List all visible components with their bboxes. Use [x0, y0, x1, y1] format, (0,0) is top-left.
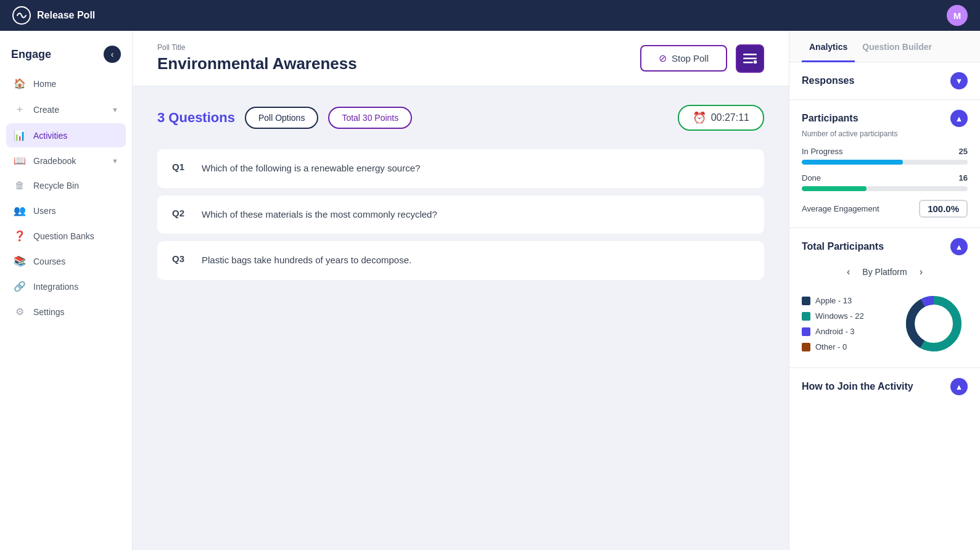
by-platform-nav: ‹ By Platform › [802, 264, 968, 280]
timer-display: ⏰ 00:27:11 [678, 105, 764, 131]
main-layout: Engage ‹ 🏠 Home ＋ Create ▼ 📊 Activities … [0, 31, 980, 550]
menu-button[interactable] [736, 44, 764, 73]
sidebar-label-courses: Courses [33, 257, 118, 266]
sidebar-label-settings: Settings [33, 307, 118, 317]
question-number: Q1 [172, 162, 192, 172]
sidebar-item-gradebook[interactable]: 📖 Gradebook ▼ [6, 149, 126, 173]
in-progress-row: In Progress 25 [802, 147, 968, 156]
sidebar-label-home: Home [33, 79, 118, 89]
participants-collapse-button[interactable]: ▲ [950, 110, 968, 127]
done-bar-bg [802, 186, 968, 191]
avg-engagement-row: Average Engagement 100.0% [802, 200, 968, 218]
sidebar-item-activities[interactable]: 📊 Activities [6, 123, 126, 147]
sidebar-item-create[interactable]: ＋ Create ▼ [6, 97, 126, 122]
sidebar-label-integrations: Integrations [33, 282, 118, 292]
question-item: Q2 Which of these materials is the most … [157, 195, 764, 234]
sidebar-item-integrations[interactable]: 🔗 Integrations [6, 274, 126, 298]
poll-title-section: Poll Title Environmental Awareness [157, 43, 357, 73]
total-p-header: Total Participants ▲ [802, 238, 968, 255]
legend-dot [802, 312, 810, 321]
responses-collapse-button[interactable]: ▼ [950, 72, 968, 89]
in-progress-bar-fill [802, 160, 903, 165]
svg-rect-2 [743, 57, 757, 59]
user-avatar[interactable]: M [947, 5, 968, 26]
sidebar-label-recycle-bin: Recycle Bin [33, 181, 118, 191]
logo-icon [12, 6, 31, 25]
stop-poll-button[interactable]: ⊘ Stop Poll [640, 45, 727, 72]
sidebar-label-users: Users [33, 206, 118, 216]
legend-item: Windows - 22 [802, 311, 887, 321]
responses-title: Responses [802, 75, 854, 86]
sidebar-engage-header: Engage ‹ [0, 41, 132, 72]
sidebar-label-activities: Activities [33, 131, 118, 141]
question-number: Q3 [172, 253, 192, 264]
by-platform-label: By Platform [862, 267, 907, 277]
tab-question-builder[interactable]: Question Builder [855, 31, 939, 62]
done-label: Done [802, 173, 821, 183]
sidebar-item-users[interactable]: 👥 Users [6, 199, 126, 223]
sidebar-icon-activities: 📊 [14, 129, 26, 141]
app-name: Release Poll [37, 10, 95, 21]
stop-poll-label: Stop Poll [672, 53, 709, 64]
in-progress-value: 25 [959, 147, 968, 156]
sidebar-back-button[interactable]: ‹ [104, 46, 121, 63]
poll-header-actions: ⊘ Stop Poll [640, 44, 764, 73]
participants-subtitle: Number of active participants [802, 129, 968, 138]
sidebar-chevron-gradebook: ▼ [112, 157, 118, 165]
platform-chart-container: Apple - 13 Windows - 22 Android - 3 Othe… [802, 290, 968, 358]
menu-lines-icon [743, 54, 757, 64]
sidebar-label-gradebook: Gradebook [33, 156, 104, 166]
sidebar-icon-recycle-bin: 🗑 [14, 180, 26, 191]
total-points-button[interactable]: Total 30 Points [328, 107, 412, 129]
sidebar-item-recycle-bin[interactable]: 🗑 Recycle Bin [6, 174, 126, 197]
participants-section: Participants ▲ Number of active particip… [789, 100, 980, 228]
question-list: Q1 Which of the following is a renewable… [157, 149, 764, 280]
app-logo[interactable]: Release Poll [12, 6, 95, 25]
sidebar-nav: 🏠 Home ＋ Create ▼ 📊 Activities 📖 Gradebo… [0, 72, 132, 324]
platform-next-button[interactable]: › [915, 264, 928, 280]
avg-engagement-label: Average Engagement [802, 204, 879, 213]
analytics-tabs: Analytics Question Builder [789, 31, 980, 62]
questions-count: 3 Questions [157, 110, 235, 126]
legend-item: Apple - 13 [802, 296, 887, 305]
sidebar-chevron-create: ▼ [112, 106, 118, 113]
platform-prev-button[interactable]: ‹ [842, 264, 855, 280]
poll-header: Poll Title Environmental Awareness ⊘ Sto… [133, 31, 789, 86]
done-bar-fill [802, 186, 867, 191]
svg-rect-3 [743, 62, 753, 64]
total-p-title: Total Participants [802, 241, 884, 252]
total-p-collapse-button[interactable]: ▲ [950, 238, 968, 255]
participants-header: Participants ▲ [802, 110, 968, 127]
content-area: Poll Title Environmental Awareness ⊘ Sto… [133, 31, 789, 550]
question-item: Q1 Which of the following is a renewable… [157, 149, 764, 188]
how-to-join-header: How to Join the Activity ▲ [802, 378, 968, 395]
sidebar-item-courses[interactable]: 📚 Courses [6, 249, 126, 273]
sidebar-item-home[interactable]: 🏠 Home [6, 72, 126, 96]
sidebar-item-question-banks[interactable]: ❓ Question Banks [6, 224, 126, 248]
donut-chart [900, 290, 968, 358]
engage-label: Engage [11, 48, 51, 61]
tab-analytics[interactable]: Analytics [802, 31, 855, 62]
total-participants-section: Total Participants ▲ ‹ By Platform › App… [789, 228, 980, 368]
sidebar-item-settings[interactable]: ⚙ Settings [6, 300, 126, 324]
responses-section: Responses ▼ [789, 62, 980, 100]
sidebar-label-create: Create [33, 105, 104, 115]
legend-dot [802, 297, 810, 305]
stop-icon: ⊘ [659, 52, 667, 64]
how-to-join-collapse-button[interactable]: ▲ [950, 378, 968, 395]
svg-rect-1 [743, 54, 757, 55]
topnav: Release Poll M [0, 0, 980, 31]
sidebar-icon-settings: ⚙ [14, 306, 26, 318]
how-to-join-section: How to Join the Activity ▲ [789, 368, 980, 405]
platform-legend: Apple - 13 Windows - 22 Android - 3 Othe… [802, 296, 887, 351]
legend-label: Apple - 13 [815, 296, 852, 305]
question-item: Q3 Plastic bags take hundreds of years t… [157, 241, 764, 280]
sidebar-icon-gradebook: 📖 [14, 155, 26, 166]
sidebar-icon-integrations: 🔗 [14, 281, 26, 292]
in-progress-bar-bg [802, 160, 968, 165]
poll-options-button[interactable]: Poll Options [245, 107, 318, 129]
svg-rect-4 [754, 60, 757, 64]
sidebar-icon-create: ＋ [14, 103, 26, 116]
how-to-join-title: How to Join the Activity [802, 381, 913, 392]
timer-icon: ⏰ [693, 111, 706, 125]
